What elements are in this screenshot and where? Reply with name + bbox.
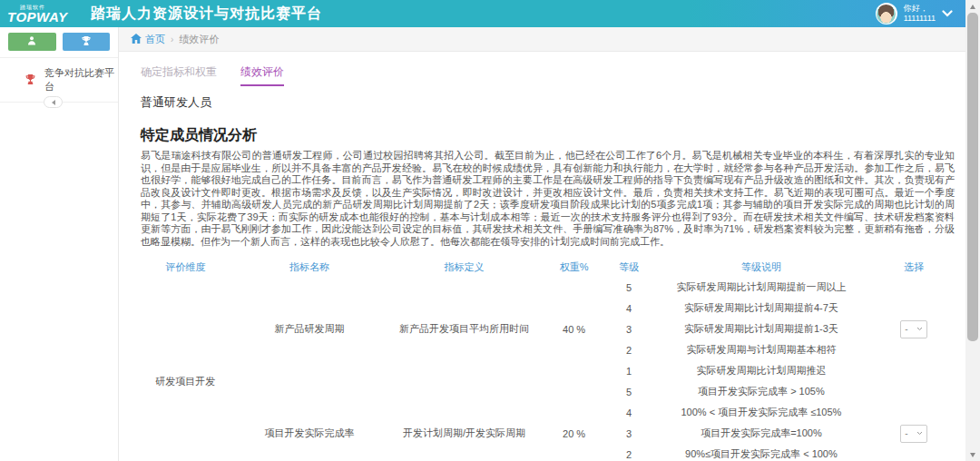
col-header-indicator: 指标名称	[230, 257, 389, 277]
username: 11111111	[904, 14, 936, 24]
competition-mode-button[interactable]	[63, 33, 111, 51]
col-header-select: 选择	[873, 257, 955, 277]
col-header-level: 等级	[609, 257, 650, 277]
chevron-down-icon	[916, 327, 923, 331]
grade-select[interactable]: -	[900, 320, 927, 338]
greeting-text: 你好，	[904, 4, 936, 14]
sidebar-collapse-toggle[interactable]	[44, 96, 63, 108]
logo-subtext: 踏瑞软件	[20, 5, 91, 10]
level-desc-cell: 项目开发实际完成率=100%	[650, 423, 874, 444]
level-cell: 1	[609, 360, 650, 381]
level-desc-cell: 实际研发周期比计划周期提前1-3天	[650, 319, 874, 339]
scrollbar-down-arrow[interactable]	[965, 448, 980, 461]
level-cell: 4	[609, 298, 650, 319]
grade-select-value: -	[905, 324, 907, 334]
level-desc-cell: 实际研发周期比计划周期提前一周以上	[650, 277, 874, 298]
weight-cell: 20 %	[540, 381, 609, 461]
dimension-cell: 研发项目开发	[141, 277, 230, 461]
level-desc-cell: 实际研发周期与计划周期基本相符	[650, 339, 874, 360]
level-cell: 3	[609, 423, 650, 444]
sidebar-collapse-row	[0, 103, 118, 115]
sidebar: 竞争对抗比赛平台	[0, 27, 119, 461]
main-area: 首页 › 绩效评价 确定指标和权重 绩效评价 普通研发人员 特定成员情况分析 易…	[119, 27, 965, 461]
role-title: 普通研发人员	[141, 94, 955, 111]
page: 踏瑞软件 TOPWAY 踏瑞人力资源设计与对抗比赛平台 你好， 11111111	[0, 0, 980, 461]
avatar	[876, 3, 897, 25]
level-desc-cell: 100% < 项目开发实际完成率 ≤105%	[650, 402, 874, 423]
scrollbar-up-arrow[interactable]	[965, 0, 980, 13]
page-title: 踏瑞人力资源设计与对抗比赛平台	[91, 5, 322, 24]
practice-mode-button[interactable]	[8, 33, 56, 51]
col-header-level-desc: 等级说明	[650, 257, 874, 277]
tab-performance-evaluation[interactable]: 绩效评价	[240, 64, 284, 86]
level-desc-cell: 实际研发周期比计划周期推迟	[650, 360, 874, 381]
indicator-cell: 新产品研发周期	[230, 277, 389, 381]
col-header-definition: 指标定义	[389, 257, 540, 277]
col-header-weight: 权重%	[540, 257, 609, 277]
level-cell: 2	[609, 339, 650, 360]
trophy-icon	[81, 35, 92, 49]
level-desc-cell: 项目开发实际完成率 > 105%	[650, 381, 874, 402]
level-cell: 3	[609, 319, 650, 339]
weight-cell: 40 %	[540, 277, 609, 381]
indicator-cell: 项目开发实际完成率	[230, 381, 389, 461]
home-icon	[131, 34, 142, 45]
content: 确定指标和权重 绩效评价 普通研发人员 特定成员情况分析 易飞是瑞途科技有限公司…	[119, 52, 965, 461]
person-icon	[26, 35, 37, 49]
sidebar-button-group	[0, 27, 118, 58]
level-cell: 2	[609, 444, 650, 461]
breadcrumb-home-link[interactable]: 首页	[131, 33, 165, 46]
select-cell: -	[873, 277, 955, 381]
evaluation-table: 评价维度 指标名称 指标定义 权重% 等级 等级说明 选择 研发项目开发 新产品…	[141, 257, 955, 461]
col-header-dimension: 评价维度	[141, 257, 230, 277]
breadcrumb-home-label: 首页	[145, 33, 165, 46]
page-scrollbar[interactable]	[965, 0, 980, 461]
level-desc-cell: 90%≤项目开发实际完成率 < 100%	[650, 444, 874, 461]
chevron-down-icon	[942, 10, 953, 17]
level-desc-cell: 实际研发周期比计划周期提前4-7天	[650, 298, 874, 319]
user-menu[interactable]: 你好， 11111111	[876, 3, 965, 25]
table-row: 项目开发实际完成率 开发计划周期/开发实际周期 20 % 5 项目开发实际完成率…	[141, 381, 955, 402]
level-cell: 5	[609, 277, 650, 298]
app-logo[interactable]: 踏瑞软件 TOPWAY	[7, 5, 78, 24]
grade-select[interactable]: -	[900, 425, 927, 443]
app-header: 踏瑞软件 TOPWAY 踏瑞人力资源设计与对抗比赛平台 你好， 11111111	[0, 0, 965, 27]
logo-text: TOPWAY	[7, 10, 78, 24]
trophy-icon	[24, 74, 36, 87]
table-header-row: 评价维度 指标名称 指标定义 权重% 等级 等级说明 选择	[141, 257, 955, 277]
level-cell: 5	[609, 381, 650, 402]
scrollbar-thumb[interactable]	[967, 13, 978, 341]
table-row: 研发项目开发 新产品研发周期 新产品开发项目平均所用时间 40 % 5 实际研发…	[141, 277, 955, 298]
definition-cell: 新产品开发项目平均所用时间	[389, 277, 540, 381]
member-analysis-paragraph: 易飞是瑞途科技有限公司的普通研发工程师，公司通过校园招聘将其招入公司。截至目前为…	[141, 150, 955, 248]
grade-select-value: -	[905, 428, 907, 438]
chevron-down-icon	[916, 431, 923, 436]
breadcrumb-separator: ›	[171, 34, 173, 44]
section-heading: 特定成员情况分析	[141, 126, 955, 145]
definition-cell: 开发计划周期/开发实际周期	[389, 381, 540, 461]
sidebar-item-label: 竞争对抗比赛平台	[44, 66, 118, 93]
tab-bar: 确定指标和权重 绩效评价	[141, 64, 955, 86]
breadcrumb-current: 绩效评价	[179, 33, 219, 46]
select-cell: -	[873, 381, 955, 461]
user-greeting: 你好， 11111111	[904, 4, 936, 24]
breadcrumb: 首页 › 绩效评价	[119, 27, 965, 52]
tab-set-indicators-weights[interactable]: 确定指标和权重	[141, 64, 217, 86]
level-cell: 4	[609, 402, 650, 423]
